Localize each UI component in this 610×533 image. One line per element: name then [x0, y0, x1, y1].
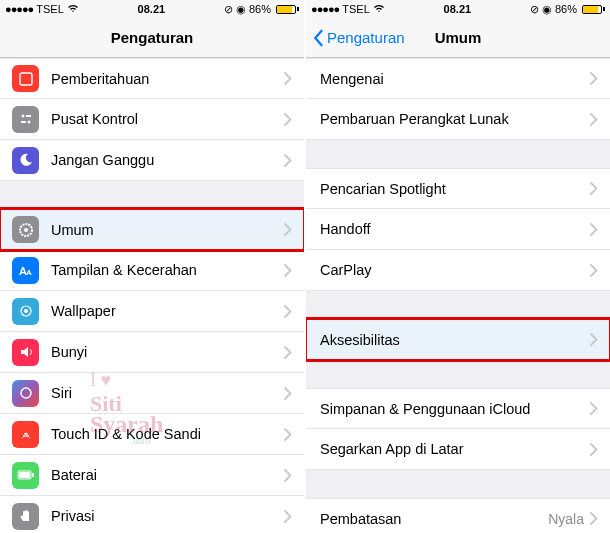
row-label: Pembatasan [320, 511, 548, 527]
row-label: Pusat Kontrol [51, 111, 284, 127]
svg-point-6 [24, 228, 28, 232]
row-value: Nyala [548, 511, 584, 527]
status-bar: ●●●●● TSEL 08.21 ⊘ ◉ 86% [306, 0, 610, 18]
svg-point-3 [27, 121, 30, 124]
chevron-right-icon [590, 402, 598, 415]
chevron-right-icon [284, 387, 292, 400]
back-label: Pengaturan [327, 29, 405, 46]
sound-icon [12, 339, 39, 366]
nav-bar: Pengaturan Umum [306, 18, 610, 58]
battery-pct-label: 86% [555, 3, 577, 15]
row-dnd[interactable]: Jangan Ganggu [0, 140, 304, 181]
row-siri[interactable]: Siri [0, 373, 304, 414]
row-storage[interactable]: Simpanan & Penggunaan iCloud [306, 388, 610, 429]
row-label: Simpanan & Penggunaan iCloud [320, 401, 590, 417]
row-label: Aksesibilitas [320, 332, 590, 348]
chevron-right-icon [590, 264, 598, 277]
row-about[interactable]: Mengenai [306, 58, 610, 99]
wifi-icon [373, 3, 385, 15]
svg-rect-4 [21, 121, 26, 123]
chevron-right-icon [590, 223, 598, 236]
svg-rect-0 [20, 73, 32, 85]
row-spotlight[interactable]: Pencarian Spotlight [306, 168, 610, 209]
row-carplay[interactable]: CarPlay [306, 250, 610, 291]
moon-icon [12, 147, 39, 174]
chevron-right-icon [284, 72, 292, 85]
back-button[interactable]: Pengaturan [312, 18, 405, 57]
row-label: Pembaruan Perangkat Lunak [320, 111, 590, 127]
row-label: CarPlay [320, 262, 590, 278]
status-bar: ●●●●● TSEL 08.21 ⊘ ◉ 86% [0, 0, 304, 18]
hand-icon [12, 503, 39, 530]
row-label: Segarkan App di Latar [320, 441, 590, 457]
row-label: Pemberitahuan [51, 71, 284, 87]
battery-pct-label: 86% [249, 3, 271, 15]
alarm-icon: ⊘ [224, 3, 233, 16]
row-general[interactable]: Umum [0, 209, 304, 250]
row-label: Wallpaper [51, 303, 284, 319]
row-label: Handoff [320, 221, 590, 237]
svg-rect-2 [26, 115, 31, 117]
carrier-label: TSEL [342, 3, 370, 15]
chevron-right-icon [284, 264, 292, 277]
gear-icon [12, 216, 39, 243]
row-label: Jangan Ganggu [51, 152, 284, 168]
chevron-right-icon [590, 512, 598, 525]
svg-rect-14 [19, 472, 30, 478]
chevron-right-icon [284, 113, 292, 126]
clock-label: 08.21 [138, 3, 166, 15]
row-battery[interactable]: Baterai [0, 455, 304, 496]
signal-dots-icon: ●●●●● [311, 3, 339, 15]
row-sounds[interactable]: Bunyi [0, 332, 304, 373]
row-privacy[interactable]: Privasi [0, 496, 304, 533]
chevron-right-icon [284, 223, 292, 236]
chevron-right-icon [590, 443, 598, 456]
chevron-right-icon [590, 182, 598, 195]
chevron-right-icon [590, 333, 598, 346]
row-software-update[interactable]: Pembaruan Perangkat Lunak [306, 99, 610, 140]
clock-label: 08.21 [444, 3, 472, 15]
row-restrictions[interactable]: PembatasanNyala [306, 498, 610, 533]
battery-icon [12, 462, 39, 489]
battery-icon [580, 5, 605, 14]
row-label: Bunyi [51, 344, 284, 360]
row-accessibility[interactable]: Aksesibilitas [306, 319, 610, 360]
row-label: Pencarian Spotlight [320, 181, 590, 197]
siri-icon [12, 380, 39, 407]
chevron-right-icon [284, 154, 292, 167]
svg-point-10 [24, 309, 28, 313]
battery-icon [274, 5, 299, 14]
text-size-icon: AA [12, 257, 39, 284]
notification-icon [12, 65, 39, 92]
general-list: MengenaiPembaruan Perangkat LunakPencari… [306, 58, 610, 533]
alarm-icon: ⊘ [530, 3, 539, 16]
row-display[interactable]: AATampilan & Kecerahan [0, 250, 304, 291]
signal-dots-icon: ●●●●● [5, 3, 33, 15]
chevron-right-icon [284, 469, 292, 482]
chevron-right-icon [284, 346, 292, 359]
settings-screen-general: ●●●●● TSEL 08.21 ⊘ ◉ 86% Pengaturan Umum… [306, 0, 610, 533]
chevron-right-icon [284, 305, 292, 318]
fingerprint-icon [12, 421, 39, 448]
row-label: Umum [51, 222, 284, 238]
row-handoff[interactable]: Handoff [306, 209, 610, 250]
nav-bar: Pengaturan [0, 18, 304, 58]
wallpaper-icon [12, 298, 39, 325]
row-touchid[interactable]: Touch ID & Kode Sandi [0, 414, 304, 455]
row-background-refresh[interactable]: Segarkan App di Latar [306, 429, 610, 470]
chevron-right-icon [590, 113, 598, 126]
carrier-label: TSEL [36, 3, 64, 15]
chevron-right-icon [284, 510, 292, 523]
svg-point-1 [21, 115, 24, 118]
row-notifications[interactable]: Pemberitahuan [0, 58, 304, 99]
wifi-icon [67, 3, 79, 15]
page-title: Pengaturan [111, 29, 194, 46]
row-wallpaper[interactable]: Wallpaper [0, 291, 304, 332]
row-label: Privasi [51, 508, 284, 524]
row-label: Baterai [51, 467, 284, 483]
svg-text:A: A [26, 268, 32, 277]
orientation-lock-icon: ◉ [236, 3, 246, 16]
row-label: Touch ID & Kode Sandi [51, 426, 284, 442]
settings-list: PemberitahuanPusat KontrolJangan GangguU… [0, 58, 304, 533]
row-control-center[interactable]: Pusat Kontrol [0, 99, 304, 140]
